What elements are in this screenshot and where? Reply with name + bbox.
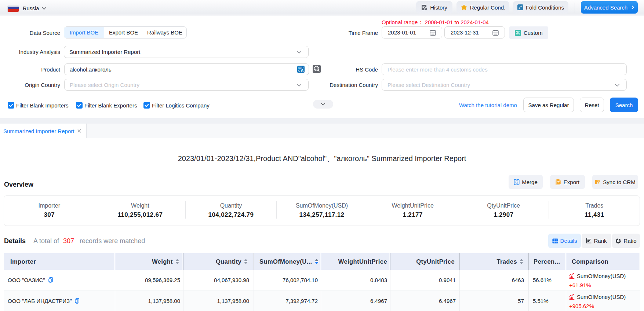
- svg-text:A: A: [301, 68, 304, 73]
